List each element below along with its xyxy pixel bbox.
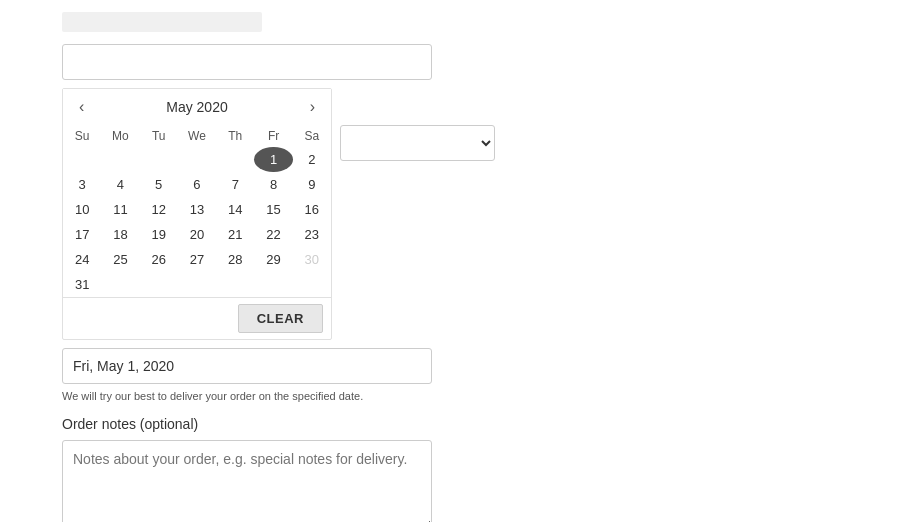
calendar-day-cell[interactable]: 8 (254, 172, 292, 197)
calendar-day-cell (178, 272, 216, 297)
calendar-popup: ‹ May 2020 › Su Mo Tu We Th Fr Sa (62, 88, 332, 340)
top-input-row (62, 44, 432, 80)
calendar-day-cell[interactable]: 18 (101, 222, 139, 247)
calendar-day-cell[interactable]: 23 (293, 222, 331, 247)
calendar-day-cell (101, 147, 139, 172)
helper-text: We will try our best to deliver your ord… (62, 390, 432, 402)
order-notes-label: Order notes (optional) (62, 416, 432, 432)
calendar-day-cell[interactable]: 1 (254, 147, 292, 172)
calendar-day-cell[interactable]: 22 (254, 222, 292, 247)
clear-row: CLEAR (63, 297, 331, 339)
weekday-we: We (178, 125, 216, 147)
calendar-grid: Su Mo Tu We Th Fr Sa 1234567891011121314… (63, 125, 331, 297)
calendar-day-cell[interactable]: 17 (63, 222, 101, 247)
main-section: ‹ May 2020 › Su Mo Tu We Th Fr Sa (62, 0, 432, 522)
calendar-day-cell[interactable]: 4 (101, 172, 139, 197)
calendar-day-cell[interactable]: 3 (63, 172, 101, 197)
calendar-day-cell[interactable]: 28 (216, 247, 254, 272)
calendar-day-cell[interactable]: 20 (178, 222, 216, 247)
calendar-day-cell (254, 272, 292, 297)
select-wrapper (340, 125, 495, 161)
calendar-day-cell[interactable]: 16 (293, 197, 331, 222)
calendar-day-cell (293, 272, 331, 297)
calendar-week-row: 10111213141516 (63, 197, 331, 222)
order-notes-textarea[interactable] (62, 440, 432, 522)
calendar-week-row: 3456789 (63, 172, 331, 197)
calendar-day-cell[interactable]: 31 (63, 272, 101, 297)
time-select[interactable] (340, 125, 495, 161)
calendar-day-cell[interactable]: 21 (216, 222, 254, 247)
date-result-input[interactable] (62, 348, 432, 384)
calendar-day-cell (216, 272, 254, 297)
calendar-day-cell (216, 147, 254, 172)
calendar-day-cell (63, 147, 101, 172)
weekday-mo: Mo (101, 125, 139, 147)
weekday-tu: Tu (140, 125, 178, 147)
calendar-week-row: 12 (63, 147, 331, 172)
title-area (62, 12, 262, 32)
calendar-day-cell (178, 147, 216, 172)
calendar-day-cell (101, 272, 139, 297)
calendar-day-cell: 30 (293, 247, 331, 272)
calendar-day-cell (140, 272, 178, 297)
weekday-su: Su (63, 125, 101, 147)
calendar-day-cell[interactable]: 25 (101, 247, 139, 272)
date-result-row (62, 348, 432, 384)
calendar-day-cell[interactable]: 29 (254, 247, 292, 272)
calendar-day-cell[interactable]: 6 (178, 172, 216, 197)
calendar-day-cell[interactable]: 26 (140, 247, 178, 272)
prev-month-button[interactable]: ‹ (73, 97, 90, 117)
delivery-date-input[interactable] (62, 44, 432, 80)
calendar-week-row: 31 (63, 272, 331, 297)
calendar-day-cell[interactable]: 7 (216, 172, 254, 197)
weekday-fr: Fr (254, 125, 292, 147)
calendar-day-cell[interactable]: 19 (140, 222, 178, 247)
calendar-day-cell (140, 147, 178, 172)
calendar-week-row: 24252627282930 (63, 247, 331, 272)
calendar-week-row: 17181920212223 (63, 222, 331, 247)
weekday-th: Th (216, 125, 254, 147)
calendar-day-cell[interactable]: 9 (293, 172, 331, 197)
month-year-label: May 2020 (166, 99, 227, 115)
page-container: ‹ May 2020 › Su Mo Tu We Th Fr Sa (0, 0, 900, 522)
calendar-day-cell[interactable]: 14 (216, 197, 254, 222)
calendar-day-cell[interactable]: 27 (178, 247, 216, 272)
calendar-day-cell[interactable]: 12 (140, 197, 178, 222)
calendar-day-cell[interactable]: 2 (293, 147, 331, 172)
calendar-body: 1234567891011121314151617181920212223242… (63, 147, 331, 297)
calendar-day-cell[interactable]: 10 (63, 197, 101, 222)
next-month-button[interactable]: › (304, 97, 321, 117)
clear-button[interactable]: CLEAR (238, 304, 323, 333)
calendar-day-cell[interactable]: 5 (140, 172, 178, 197)
calendar-day-cell[interactable]: 13 (178, 197, 216, 222)
calendar-day-cell[interactable]: 11 (101, 197, 139, 222)
weekday-sa: Sa (293, 125, 331, 147)
calendar-weekdays: Su Mo Tu We Th Fr Sa (63, 125, 331, 147)
calendar-day-cell[interactable]: 15 (254, 197, 292, 222)
calendar-day-cell[interactable]: 24 (63, 247, 101, 272)
calendar-header: ‹ May 2020 › (63, 89, 331, 125)
